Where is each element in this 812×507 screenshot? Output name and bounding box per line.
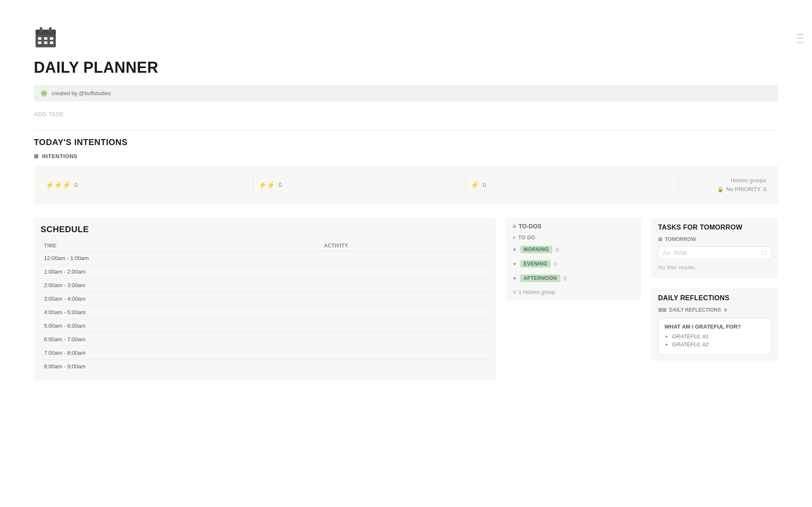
todo-group: ▼ AFTERNOON 0 [513, 274, 634, 282]
priority-columns: ⚡⚡⚡ 0 ⚡⚡ 0 ⚡ 0 Hidden groups 🔒 No PRIORI… [41, 174, 771, 196]
low-priority-count: 0 [483, 181, 486, 188]
list-icon: ≡ [513, 223, 516, 230]
priority-col-low: ⚡ 0 [466, 174, 678, 196]
todo-sub-header-label: TO DO [518, 235, 535, 241]
schedule-activity-cell[interactable] [321, 333, 489, 346]
add-task-button[interactable]: ADD TASK [34, 108, 64, 120]
reflections-header: ⊞⊞ DAILY REFLECTIONS ∨ [658, 307, 771, 313]
schedule-time-cell: 4:00am - 5:00am [41, 306, 321, 319]
schedule-table: TIME ACTIVITY 12:00am - 1:00am1:00am - 2… [41, 240, 489, 373]
svg-rect-3 [49, 27, 52, 33]
list-item: GRATEFUL #2 [672, 341, 765, 348]
table-row: 7:00am - 8:00am [41, 346, 489, 360]
table-row: 8:00am - 9:00am [41, 360, 489, 373]
todos-section: ≡ TO-DOS ≡ TO DO ▼ MORNING 0 ▼ EVENING 0… [506, 218, 641, 300]
schedule-activity-cell[interactable] [321, 265, 489, 279]
page-title: DAILY PLANNER [34, 59, 778, 77]
svg-rect-6 [50, 37, 53, 40]
schedule-time-cell: 3:00am - 4:00am [41, 292, 321, 306]
high-priority-icon: ⚡⚡⚡ [46, 181, 71, 189]
schedule-activity-cell[interactable] [321, 346, 489, 360]
todo-sub-header: ≡ TO DO [513, 235, 634, 241]
group-tag[interactable]: MORNING [520, 246, 552, 253]
schedule-time-cell: 6:00am - 7:00am [41, 333, 321, 346]
scrollbar-track-2 [797, 38, 804, 39]
group-tag[interactable]: AFTERNOON [520, 274, 560, 282]
daily-reflections-title: DAILY REFLECTIONS [658, 294, 771, 302]
schedule-activity-cell[interactable] [321, 319, 489, 333]
chevron-down-reflections: ∨ [724, 307, 727, 313]
hidden-group-link[interactable]: ∨ 1 hidden group [513, 289, 634, 295]
priority-col-med: ⚡⚡ 0 [253, 174, 466, 196]
table-row: 3:00am - 4:00am [41, 292, 489, 306]
todo-groups: ▼ MORNING 0 ▼ EVENING 0 ▼ AFTERNOON 0 [513, 246, 634, 282]
reflections-sub-label: DAILY REFLECTIONS [669, 307, 721, 313]
lock-icon: 🔒 [717, 186, 724, 192]
todo-group-header: ▼ AFTERNOON 0 [513, 274, 634, 282]
schedule-activity-cell[interactable] [321, 360, 489, 373]
table-row: 4:00am - 5:00am [41, 306, 489, 319]
schedule-section: SCHEDULE TIME ACTIVITY 12:00am - 1:00am1… [34, 218, 496, 380]
hidden-groups-label: Hidden groups [730, 177, 766, 184]
todo-group: ▼ MORNING 0 [513, 246, 634, 253]
hidden-groups-area: Hidden groups 🔒 No PRIORITY 0 [678, 174, 771, 196]
aa-icon: Aa [663, 249, 670, 256]
schedule-activity-header: ACTIVITY [321, 240, 489, 252]
table-row: 12:00am - 1:00am [41, 252, 489, 265]
svg-rect-8 [44, 41, 47, 44]
reflections-card: WHAT AM I GRATEFUL FOR? GRATEFUL #1GRATE… [658, 318, 771, 355]
page-icon [34, 25, 778, 54]
schedule-time-cell: 1:00am - 2:00am [41, 265, 321, 279]
group-count: 0 [554, 261, 557, 267]
hidden-group-label: 1 hidden group [518, 289, 555, 295]
schedule-title: SCHEDULE [41, 225, 489, 234]
table-icon-tomorrow: ⊞ [658, 236, 662, 242]
tomorrow-label: TOMORROW [665, 236, 696, 242]
todo-group-header: ▼ EVENING 0 [513, 260, 634, 268]
checkbox-icon: ☐ [761, 249, 767, 256]
list-item: GRATEFUL #1 [672, 333, 765, 340]
priority-col-high: ⚡⚡⚡ 0 [41, 174, 253, 196]
task-placeholder: TASK [673, 250, 758, 256]
chevron-icon[interactable]: ▼ [513, 276, 517, 281]
no-priority-count: 0 [763, 186, 766, 192]
svg-rect-7 [38, 41, 41, 44]
schedule-time-cell: 12:00am - 1:00am [41, 252, 321, 265]
svg-rect-5 [44, 37, 47, 40]
todo-group: ▼ EVENING 0 [513, 260, 634, 268]
no-priority-row: 🔒 No PRIORITY 0 [717, 186, 766, 192]
schedule-activity-cell[interactable] [321, 279, 489, 292]
chevron-icon[interactable]: ▼ [513, 247, 517, 252]
group-tag[interactable]: EVENING [520, 260, 551, 268]
todays-intentions-title: TODAY'S INTENTIONS [34, 137, 778, 147]
daily-reflections-section: DAILY REFLECTIONS ⊞⊞ DAILY REFLECTIONS ∨… [651, 288, 778, 361]
tasks-for-tomorrow-title: TASKS FOR TOMORROW [658, 224, 771, 231]
schedule-time-cell: 5:00am - 6:00am [41, 319, 321, 333]
created-by-label: created by @buffstudies [52, 90, 111, 96]
intentions-area: ⚡⚡⚡ 0 ⚡⚡ 0 ⚡ 0 Hidden groups 🔒 No PRIORI… [34, 165, 778, 204]
schedule-time-cell: 8:00am - 9:00am [41, 360, 321, 373]
schedule-activity-cell[interactable] [321, 292, 489, 306]
task-input-row[interactable]: Aa TASK ☐ [658, 247, 771, 259]
group-count: 0 [556, 247, 559, 253]
scrollbar[interactable] [797, 34, 804, 43]
grid-icon: ⊞⊞ [658, 307, 667, 313]
svg-rect-4 [38, 37, 41, 40]
todays-intentions-section: TODAY'S INTENTIONS ⊞ INTENTIONS ⚡⚡⚡ 0 ⚡⚡… [34, 130, 778, 204]
todos-header: ≡ TO-DOS [513, 223, 634, 230]
group-count: 0 [564, 275, 567, 282]
divider-1 [34, 130, 778, 131]
chevron-icon[interactable]: ▼ [513, 262, 517, 266]
svg-rect-9 [50, 41, 53, 44]
schedule-activity-cell[interactable] [321, 252, 489, 265]
main-content: SCHEDULE TIME ACTIVITY 12:00am - 1:00am1… [34, 218, 778, 380]
todo-group-header: ▼ MORNING 0 [513, 246, 634, 253]
no-priority-label: No PRIORITY [726, 186, 761, 192]
svg-rect-2 [40, 27, 42, 33]
table-row: 1:00am - 2:00am [41, 265, 489, 279]
med-priority-icon: ⚡⚡ [258, 181, 275, 189]
created-by-bar: ✳️ created by @buffstudies [34, 85, 778, 101]
table-row: 6:00am - 7:00am [41, 333, 489, 346]
table-icon: ⊞ [34, 153, 39, 159]
schedule-activity-cell[interactable] [321, 306, 489, 319]
